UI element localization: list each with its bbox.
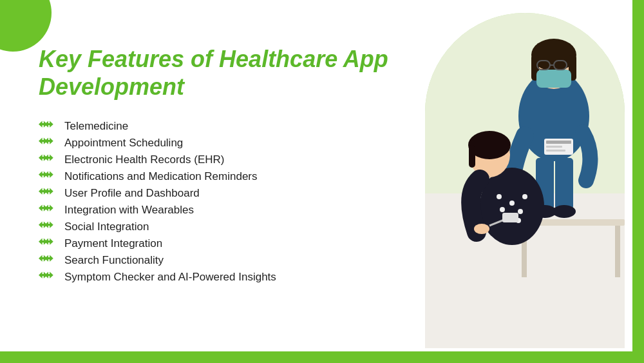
feature-item-notifications: Notifications and Medication Reminders [39,170,412,183]
svg-point-23 [522,194,527,199]
svg-point-19 [553,205,576,218]
feature-label-telemedicine: Telemedicine [64,120,128,133]
feature-label-user-profile: User Profile and Dashboard [64,187,200,200]
feature-item-user-profile: User Profile and Dashboard [39,187,412,200]
svg-marker-47 [44,188,53,195]
decorative-bar-bottom [0,351,644,363]
svg-rect-33 [502,213,518,222]
svg-rect-30 [469,145,475,168]
svg-marker-41 [44,138,53,144]
svg-point-21 [497,194,502,199]
svg-marker-57 [44,272,53,279]
feature-label-social-integration: Social Integration [64,221,149,233]
svg-rect-17 [555,158,573,210]
double-arrow-icon [39,254,57,267]
feature-label-payment: Payment Integration [64,237,162,250]
feature-label-notifications: Notifications and Medication Reminders [64,170,258,183]
feature-item-ehr: Electronic Health Records (EHR) [39,153,412,166]
feature-item-symptom-checker: Symptom Checker and AI-Powered Insights [39,271,412,284]
double-arrow-icon [39,170,57,183]
feature-item-search: Search Functionality [39,254,412,267]
double-arrow-icon [39,137,57,150]
svg-point-24 [500,207,505,212]
svg-rect-35 [546,141,571,144]
double-arrow-icon [39,221,57,233]
feature-item-appointment-scheduling: Appointment Scheduling [39,137,412,150]
svg-marker-45 [44,172,53,178]
svg-marker-55 [44,255,53,262]
svg-rect-5 [615,226,620,277]
double-arrow-icon [39,237,57,250]
feature-label-symptom-checker: Symptom Checker and AI-Powered Insights [64,271,276,284]
main-content: Key Features of Healthcare App Developme… [39,45,412,284]
svg-point-31 [474,224,489,234]
main-title: Key Features of Healthcare App Developme… [39,45,412,101]
feature-label-search: Search Functionality [64,254,164,267]
svg-rect-11 [536,70,571,88]
svg-point-22 [509,201,515,206]
svg-marker-53 [44,239,53,245]
decorative-bar-right [632,0,644,363]
double-arrow-icon [39,120,57,133]
features-list: Telemedicine Appointment Scheduling Elec… [39,120,412,284]
hero-image [425,13,625,348]
double-arrow-icon [39,153,57,166]
svg-marker-49 [44,205,53,211]
feature-item-social-integration: Social Integration [39,221,412,233]
svg-marker-39 [44,121,53,128]
feature-label-wearables: Integration with Wearables [64,204,194,217]
double-arrow-icon [39,204,57,217]
feature-item-telemedicine: Telemedicine [39,120,412,133]
double-arrow-icon [39,187,57,200]
feature-label-appointment-scheduling: Appointment Scheduling [64,137,183,150]
svg-marker-51 [44,222,53,228]
svg-rect-37 [546,150,565,152]
svg-rect-36 [546,146,562,148]
svg-marker-43 [44,155,53,161]
decorative-circle-top-left [0,0,52,52]
feature-label-ehr: Electronic Health Records (EHR) [64,153,224,166]
feature-item-payment: Payment Integration [39,237,412,250]
feature-item-wearables: Integration with Wearables [39,204,412,217]
double-arrow-icon [39,271,57,284]
svg-point-25 [518,209,523,214]
